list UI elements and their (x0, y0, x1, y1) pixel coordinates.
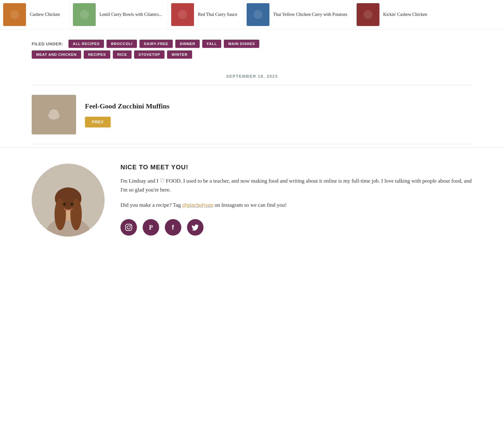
tag-fall[interactable]: FALL (202, 40, 221, 48)
carousel-thumb-4 (247, 3, 269, 26)
social-icons: P f (120, 219, 472, 236)
carousel-title-2: Lentil Curry Bowls with Cilantro... (100, 12, 162, 18)
tag-meat-and-chicken[interactable]: MEAT AND CHICKEN (32, 50, 81, 59)
carousel-title-5: Kickin' Cashew Chicken (383, 12, 427, 18)
carousel-title-4: Thai Yellow Chicken Curry with Potatoes (273, 12, 347, 18)
carousel-item-5[interactable]: Kickin' Cashew Chicken (353, 0, 433, 29)
tag-stovetop[interactable]: STOVETOP (134, 50, 165, 59)
author-bio-1: I'm Lindsay and I ♡ FOOD. I used to be a… (120, 177, 472, 194)
carousel-thumb-5 (357, 3, 379, 26)
svg-point-13 (63, 203, 66, 206)
filed-row-1: FILED UNDER: ALL RECIPES BROCCOLI DAIRY-… (32, 40, 472, 48)
svg-point-2 (178, 10, 187, 19)
prev-button[interactable]: PREV (85, 117, 111, 127)
carousel-item-2[interactable]: Lentil Curry Bowls with Cilantro... (70, 0, 168, 29)
carousel-thumb-1 (3, 3, 26, 26)
svg-point-3 (254, 10, 262, 19)
carousel-item-3[interactable]: Red Thai Curry Sauce (168, 0, 243, 29)
instagram-social-button[interactable] (120, 219, 137, 236)
svg-point-4 (364, 10, 372, 19)
carousel-thumb-3 (171, 3, 194, 26)
tag-all-recipes[interactable]: ALL RECIPES (68, 40, 104, 48)
tag-main-dishes[interactable]: MAIN DISHES (224, 40, 259, 48)
prev-post-info: Feel-Good Zucchini Muffins PREV (85, 102, 169, 127)
tag-rice[interactable]: RICE (113, 50, 132, 59)
carousel-title-1: Cashew Chicken (30, 12, 60, 18)
prev-post-thumb (32, 95, 76, 134)
pinterest-social-button[interactable]: P (143, 219, 159, 236)
svg-text:f: f (172, 224, 174, 231)
author-instagram-link[interactable]: @pinchofyum (182, 202, 213, 208)
svg-point-1 (80, 10, 89, 19)
carousel-item-1[interactable]: Cashew Chicken (0, 0, 70, 29)
filed-label: FILED UNDER: (32, 42, 63, 46)
author-section: NICE TO MEET YOU! I'm Lindsay and I ♡ FO… (0, 147, 504, 256)
carousel-title-3: Red Thai Curry Sauce (198, 12, 237, 18)
author-avatar (32, 164, 105, 237)
tag-recipes[interactable]: RECIPES (84, 50, 110, 59)
post-navigation: Feel-Good Zucchini Muffins PREV (0, 85, 504, 144)
author-bio-2: Did you make a recipe? Tag @pinchofyum o… (120, 201, 472, 210)
carousel-thumb-2 (73, 3, 96, 26)
svg-text:P: P (149, 224, 153, 231)
carousel-item-4[interactable]: Thai Yellow Chicken Curry with Potatoes (243, 0, 353, 29)
tag-broccoli[interactable]: BROCCOLI (107, 40, 137, 48)
prev-post-title: Feel-Good Zucchini Muffins (85, 102, 169, 111)
svg-point-14 (70, 203, 74, 206)
author-bio-3-text: on Instagram so we can find you! (213, 202, 287, 208)
svg-point-17 (130, 225, 131, 226)
author-bio-2-text: Did you make a recipe? Tag (120, 202, 182, 208)
tag-winter[interactable]: WINTER (167, 50, 192, 59)
facebook-social-button[interactable]: f (165, 219, 181, 236)
svg-point-6 (49, 109, 58, 116)
twitter-social-button[interactable] (187, 219, 204, 236)
related-recipes-carousel: Cashew Chicken Lentil Curry Bowls with C… (0, 0, 504, 29)
author-content: NICE TO MEET YOU! I'm Lindsay and I ♡ FO… (120, 164, 472, 236)
tag-dinner[interactable]: DINNER (175, 40, 200, 48)
svg-point-16 (127, 226, 130, 229)
divider-bottom (32, 144, 472, 144)
author-title: NICE TO MEET YOU! (120, 164, 472, 171)
post-date: SEPTEMBER 18, 2023 (0, 65, 504, 85)
filed-under-section: FILED UNDER: ALL RECIPES BROCCOLI DAIRY-… (0, 29, 504, 65)
filed-row-2: MEAT AND CHICKEN RECIPES RICE STOVETOP W… (32, 50, 472, 59)
tag-dairy-free[interactable]: DAIRY-FREE (139, 40, 173, 48)
svg-point-0 (10, 10, 19, 19)
